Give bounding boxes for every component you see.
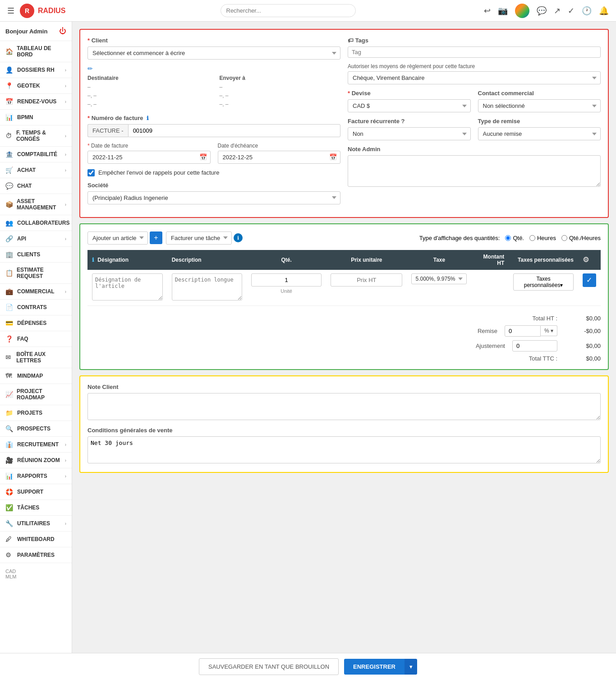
facture-rec-select[interactable]: Non: [348, 127, 471, 140]
bell-icon[interactable]: 🔔: [599, 6, 609, 16]
sidebar-item-support[interactable]: 🛟 SUPPORT: [0, 484, 72, 500]
sidebar-item-rapports[interactable]: 📊 RAPPORTS ›: [0, 468, 72, 484]
sidebar-icon-reunion-zoom: 🎥: [5, 457, 14, 464]
sidebar-item-reunion-zoom[interactable]: 🎥 RÉUNION ZOOM ›: [0, 453, 72, 468]
enregistrer-arrow-button[interactable]: ▾: [405, 659, 417, 675]
sidebar-item-parametres[interactable]: ⚙ PARAMÈTRES: [0, 547, 72, 563]
col-header-taxes-perso: Taxes personnalisées: [509, 250, 578, 270]
calendar-icon-echeance[interactable]: 📅: [329, 153, 337, 161]
gear-icon[interactable]: ⚙: [583, 256, 589, 264]
client-select[interactable]: Sélectionner et commencer à écrire: [87, 46, 340, 60]
hamburger-icon[interactable]: ☰: [7, 6, 14, 16]
cgv-textarea[interactable]: Net 30 jours: [87, 436, 601, 463]
sidebar-icon-api: 🔗: [5, 235, 14, 242]
note-client-wrap: [87, 393, 601, 421]
facturer-select[interactable]: Facturer une tâche: [166, 231, 232, 245]
sidebar-item-asset-management[interactable]: 📦 ASSET MANAGEMENT ›: [0, 194, 72, 215]
check-icon[interactable]: ✓: [568, 6, 575, 16]
search-input[interactable]: [221, 4, 356, 17]
remise-pct-button[interactable]: % ▾: [541, 325, 557, 336]
enregistrer-button[interactable]: ENREGISTRER: [344, 659, 405, 675]
enregistrer-wrap: ENREGISTRER ▾: [344, 659, 417, 675]
empecher-checkbox[interactable]: [87, 169, 95, 176]
qty-radio-qte-heures[interactable]: Qté./Heures: [561, 235, 601, 241]
qty-radio-heures[interactable]: Heures: [529, 235, 556, 241]
societe-select[interactable]: (Principale) Radius Ingenerie: [87, 191, 340, 204]
sidebar-item-achat[interactable]: 🛒 ACHAT ›: [0, 162, 72, 178]
designation-textarea[interactable]: [92, 273, 163, 301]
avatar[interactable]: [515, 4, 529, 18]
history-icon[interactable]: ↩: [484, 6, 491, 16]
tags-section: 🏷 Tags: [348, 37, 601, 58]
qte-input[interactable]: [251, 273, 322, 287]
add-article-button[interactable]: +: [150, 231, 162, 244]
note-client-section: Note Client: [87, 384, 601, 421]
contact-select[interactable]: Non sélectionné: [478, 99, 601, 112]
sidebar-item-prospects[interactable]: 🔍 PROSPECTS: [0, 421, 72, 437]
sidebar-item-chat[interactable]: 💬 CHAT: [0, 178, 72, 194]
date-echeance-wrap: 📅: [218, 151, 341, 164]
devise-select[interactable]: CAD $: [348, 99, 471, 112]
date-echeance-label: Date d'échéance: [218, 143, 341, 149]
sidebar-item-geotek[interactable]: 📍 GEOTEK ›: [0, 78, 72, 94]
sidebar-icon-project-roadmap: 📈: [5, 391, 13, 398]
sidebar-item-boite-aux-lettres[interactable]: ✉ BOÎTE AUX LETTRES: [0, 347, 72, 368]
date-facture-input[interactable]: [87, 151, 211, 164]
sidebar-item-depenses[interactable]: 💳 DÉPENSES: [0, 315, 72, 331]
sidebar-item-commercial[interactable]: 💼 COMMERCIAL ›: [0, 284, 72, 300]
sidebar-item-mindmap[interactable]: 🗺 MINDMAP: [0, 368, 72, 384]
sidebar-item-taches[interactable]: ✅ TÂCHES: [0, 500, 72, 516]
sidebar-item-bpmn[interactable]: 📊 BPMN: [0, 110, 72, 125]
prix-input[interactable]: [331, 273, 402, 287]
sidebar-item-label-wrap: 📦 ASSET MANAGEMENT: [5, 198, 65, 211]
note-admin-textarea[interactable]: [348, 155, 601, 187]
chevron-icon: ›: [65, 99, 66, 104]
sidebar-item-project-roadmap[interactable]: 📈 PROJECT ROADMAP: [0, 384, 72, 405]
confirm-row-button[interactable]: ✓: [583, 273, 596, 287]
power-icon[interactable]: ⏻: [59, 27, 66, 35]
sidebar-item-whiteboard[interactable]: 🖊 WHITEBOARD: [0, 532, 72, 547]
sidebar-item-text-reunion-zoom: RÉUNION ZOOM: [17, 457, 60, 463]
description-textarea[interactable]: [172, 273, 242, 301]
sidebar-icon-dossiers-rh: 👤: [5, 66, 14, 74]
add-article-select[interactable]: Ajouter un article: [87, 231, 148, 245]
col-header-description: Description: [167, 250, 247, 270]
payment-select[interactable]: Chèque, Virement Bancaire: [348, 71, 601, 84]
sidebar-item-clients[interactable]: 🏢 CLIENTS: [0, 247, 72, 263]
share-icon[interactable]: ↗: [554, 6, 561, 16]
qty-radio-qte[interactable]: Qté.: [505, 235, 524, 241]
sidebar-item-dossiers-rh[interactable]: 👤 DOSSIERS RH ›: [0, 62, 72, 78]
contact-group: Contact commercial Non sélectionné: [478, 90, 601, 112]
sidebar-item-utilitaires[interactable]: 🔧 UTILITAIRES ›: [0, 516, 72, 532]
sidebar-item-api[interactable]: 🔗 API ›: [0, 231, 72, 247]
tag-input[interactable]: [352, 49, 597, 56]
date-echeance-input[interactable]: [218, 151, 341, 164]
tax-select[interactable]: 5.000%, 9.975%: [411, 273, 467, 284]
sidebar-item-f-temps-conges[interactable]: ⏱ F. TEMPS & CONGÉS ›: [0, 125, 72, 147]
invoice-number-input[interactable]: [128, 124, 340, 137]
sidebar-item-faq[interactable]: ❓ FAQ: [0, 331, 72, 347]
sidebar-item-collaborateurs[interactable]: 👥 COLLABORATEURS: [0, 215, 72, 231]
save-brouillon-button[interactable]: SAUVEGARDER EN TANT QUE BROUILLON: [199, 658, 339, 675]
sidebar-item-comptabilite[interactable]: 🏦 COMPTABILITÉ ›: [0, 147, 72, 162]
note-client-textarea[interactable]: [87, 393, 601, 420]
invoice-help-icon[interactable]: ℹ: [147, 115, 149, 121]
sidebar-item-label-wrap: 💬 CHAT: [5, 182, 32, 190]
sidebar-item-rendez-vous[interactable]: 📅 RENDEZ-VOUS ›: [0, 94, 72, 110]
sidebar-item-recrutement[interactable]: 👔 RECRUTEMENT ›: [0, 437, 72, 453]
clock-icon[interactable]: 🕐: [582, 6, 592, 16]
sidebar-item-contrats[interactable]: 📄 CONTRATS: [0, 300, 72, 315]
edit-icon[interactable]: ✏: [87, 65, 93, 72]
calendar-icon-facture[interactable]: 📅: [199, 153, 207, 161]
taxes-perso-button[interactable]: Taxes personnalisées▾: [513, 273, 574, 291]
chat-icon[interactable]: 💬: [537, 6, 547, 16]
sidebar-item-projets[interactable]: 📁 PROJETS: [0, 405, 72, 421]
sidebar-item-estimate-request[interactable]: 📋 ESTIMATE REQUEST: [0, 263, 72, 284]
type-remise-select[interactable]: Aucune remise: [478, 127, 601, 140]
ajustement-input[interactable]: [512, 340, 557, 352]
facturer-info-icon[interactable]: ℹ: [234, 233, 243, 242]
sidebar-item-label-wrap: 🗺 MINDMAP: [5, 372, 43, 379]
video-icon[interactable]: 📷: [498, 6, 508, 16]
remise-input[interactable]: [505, 325, 541, 337]
sidebar-item-tableau-de-bord[interactable]: 🏠 TABLEAU DE BORD: [0, 41, 72, 62]
